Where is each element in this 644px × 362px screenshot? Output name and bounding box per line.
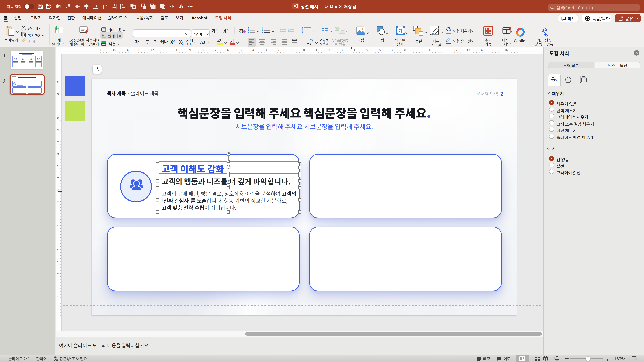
svg-text:P: P (294, 4, 296, 8)
svg-text:가: 가 (398, 27, 402, 34)
svg-text:가: 가 (310, 38, 313, 43)
svg-text:3: 3 (262, 31, 263, 33)
